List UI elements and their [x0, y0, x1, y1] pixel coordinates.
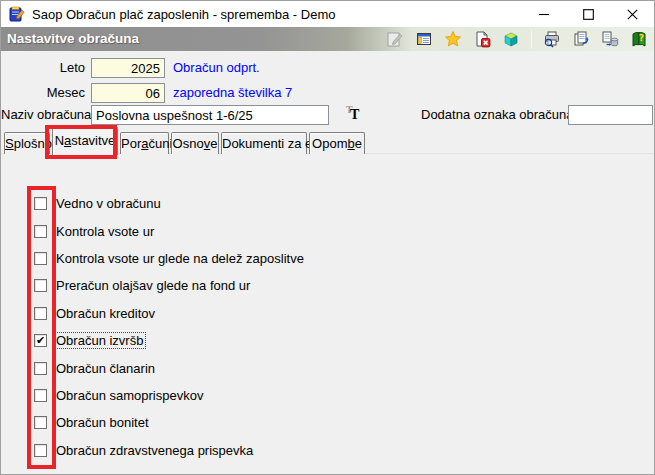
- font-icon[interactable]: T T: [345, 104, 365, 124]
- checkbox-preracun-olajsav[interactable]: [34, 279, 47, 292]
- tab-nastavitve[interactable]: Nastavitve: [52, 127, 118, 155]
- toolbar: ?: [386, 27, 648, 51]
- checkbox-obracun-izvrsb[interactable]: ✔: [34, 334, 47, 347]
- checkbox-label[interactable]: Kontrola vsote ur glede na delež zaposli…: [54, 251, 306, 266]
- window-controls: [522, 1, 654, 27]
- mesec-label: Mesec: [21, 83, 85, 103]
- checkbox-label[interactable]: Vedno v obračunu: [54, 196, 163, 211]
- checkbox-obracun-zdravstvenega-prispevka[interactable]: [34, 444, 47, 457]
- checkbox-label[interactable]: Preračun olajšav glede na fond ur: [54, 278, 252, 293]
- checkbox-row: Obračun zdravstvenega prispevka: [34, 437, 306, 464]
- export-data-icon[interactable]: [601, 30, 619, 48]
- checkbox-row: Obračun članarin: [34, 354, 306, 381]
- leto-input[interactable]: [91, 58, 165, 78]
- favorite-star-icon[interactable]: [444, 30, 462, 48]
- checkbox-label[interactable]: Obračun članarin: [54, 361, 157, 376]
- naziv-input[interactable]: [91, 105, 329, 125]
- tab-dokumenti-za-er[interactable]: Dokumenti za eR: [221, 132, 307, 154]
- checkbox-label[interactable]: Obračun kreditov: [54, 306, 157, 321]
- checkbox-row: ✔ Obračun izvršb: [34, 327, 306, 354]
- edit-icon[interactable]: [386, 30, 404, 48]
- title-bar: Saop Obračun plač zaposlenih - sprememba…: [1, 1, 654, 27]
- checkbox-row: Preračun olajšav glede na fond ur: [34, 272, 306, 299]
- tab-strip: Splošno Nastavitve Poračuni Osnove Dokum…: [4, 132, 365, 154]
- leto-label: Leto: [21, 58, 85, 78]
- checkbox-row: Kontrola vsote ur glede na delež zaposli…: [34, 245, 306, 272]
- leto-status-text: Obračun odprt.: [173, 58, 260, 78]
- tab-opombe[interactable]: Opombe: [309, 132, 365, 154]
- minimize-button[interactable]: [522, 1, 566, 27]
- dodatna-oznaka-label: Dodatna oznaka obračuna: [421, 105, 564, 125]
- dodatna-oznaka-input[interactable]: [568, 105, 653, 125]
- window-list-icon[interactable]: [415, 30, 433, 48]
- close-icon: [627, 9, 638, 20]
- checkbox-label[interactable]: Kontrola vsote ur: [54, 224, 156, 239]
- checkbox-vedno-v-obracunu[interactable]: [34, 197, 47, 210]
- tab-splosno[interactable]: Splošno: [4, 132, 50, 154]
- settings-checkbox-list: Vedno v obračunu Kontrola vsote ur Kontr…: [34, 190, 306, 464]
- checkbox-kontrola-vsote-ur-delez[interactable]: [34, 252, 47, 265]
- checkbox-label[interactable]: Obračun zdravstvenega prispevka: [54, 443, 255, 458]
- checkbox-row: Obračun samoprispevkov: [34, 382, 306, 409]
- mesec-status-text: zaporedna številka 7: [173, 83, 292, 103]
- checkbox-obracun-clanarin[interactable]: [34, 362, 47, 375]
- font-icon-front-t: T: [350, 107, 359, 123]
- checkbox-kontrola-vsote-ur[interactable]: [34, 225, 47, 238]
- app-window: Saop Obračun plač zaposlenih - sprememba…: [0, 0, 655, 475]
- cube-icon[interactable]: [502, 30, 520, 48]
- checkbox-row: Obračun kreditov: [34, 300, 306, 327]
- delete-document-icon[interactable]: [473, 30, 491, 48]
- checkbox-label[interactable]: Obračun samoprispevkov: [54, 388, 205, 403]
- naziv-label: Naziv obračuna: [1, 105, 85, 125]
- checkbox-obracun-kreditov[interactable]: [34, 307, 47, 320]
- window-title: Saop Obračun plač zaposlenih - sprememba…: [32, 7, 335, 22]
- mesec-input[interactable]: [91, 83, 165, 103]
- maximize-button[interactable]: [566, 1, 610, 27]
- maximize-icon: [583, 9, 594, 20]
- close-button[interactable]: [610, 1, 654, 27]
- minimize-icon: [539, 9, 550, 20]
- checkbox-row: Obračun bonitet: [34, 409, 306, 436]
- checkbox-obracun-bonitet[interactable]: [34, 416, 47, 429]
- checkbox-label[interactable]: Obračun bonitet: [54, 415, 151, 430]
- checkbox-label[interactable]: Obračun izvršb: [54, 333, 145, 348]
- toolbar-separator: [531, 30, 532, 48]
- print-preview-icon[interactable]: [543, 30, 561, 48]
- tab-osnove[interactable]: Osnove: [171, 132, 219, 154]
- tab-poracuni[interactable]: Poračuni: [120, 132, 169, 154]
- checkbox-obracun-samoprispevkov[interactable]: [34, 389, 47, 402]
- checkbox-row: Vedno v obračunu: [34, 190, 306, 217]
- copy-icon[interactable]: [572, 30, 590, 48]
- help-book-icon[interactable]: ?: [630, 30, 648, 48]
- checkbox-row: Kontrola vsote ur: [34, 217, 306, 244]
- app-icon: [9, 6, 25, 22]
- svg-text:?: ?: [639, 33, 644, 43]
